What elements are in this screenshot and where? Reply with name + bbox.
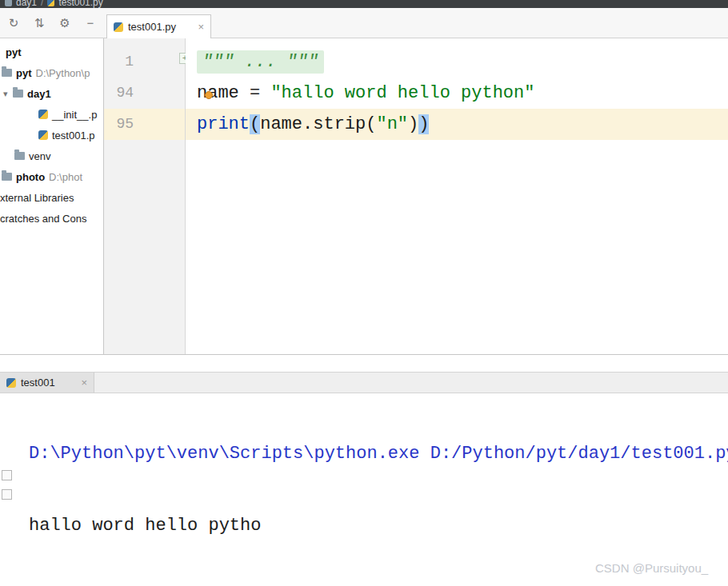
code-editor[interactable]: """ ... """ name = "hallo word hello pyt… <box>186 38 728 354</box>
breadcrumb-separator: / <box>41 0 43 8</box>
matched-paren-close: ) <box>418 114 429 134</box>
tree-item-label: pyt <box>16 67 32 79</box>
console-command-line: D:\Python\pyt\venv\Scripts\python.exe D:… <box>29 438 728 470</box>
csdn-watermark: CSDN @Pursuityou_ <box>595 561 708 575</box>
string-literal: "n" <box>376 114 408 134</box>
tree-item-scratches-consoles[interactable]: cratches and Cons <box>0 208 103 229</box>
breadcrumb-folder[interactable]: day1 <box>16 0 37 8</box>
panel-divider <box>0 354 728 355</box>
line-number-95[interactable]: 95 <box>104 109 185 140</box>
tree-item-path: D:\Python\p <box>36 67 90 79</box>
code-token: name.strip( <box>260 114 376 134</box>
mouse-cursor-dot <box>205 91 213 99</box>
code-line-94[interactable]: name = "hallo word hello python" <box>186 78 728 109</box>
breadcrumb: day1 / test001.py <box>0 0 728 8</box>
python-file-icon <box>6 378 16 388</box>
tree-item-label: test001.p <box>52 130 95 142</box>
console-toolbar-icon[interactable] <box>2 470 12 480</box>
folder-icon <box>13 90 23 98</box>
console-output: D:\Python\pyt\venv\Scripts\python.exe D:… <box>29 393 728 586</box>
run-console: D:\Python\pyt\venv\Scripts\python.exe D:… <box>0 393 728 586</box>
tree-item-label: xternal Libraries <box>0 192 74 204</box>
matched-paren-open: ( <box>250 114 260 134</box>
editor-tab-bar: ↻ ⇅ ⚙ − test001.py × <box>0 8 728 38</box>
project-toolbar: ↻ ⇅ ⚙ − <box>0 8 104 38</box>
settings-gear-icon[interactable]: ⚙ <box>58 16 72 30</box>
line-number-1[interactable]: 1 <box>104 46 185 78</box>
console-blank-line <box>29 582 728 586</box>
tree-item-venv[interactable]: venv <box>0 146 103 166</box>
tree-item-project-root[interactable]: pyt <box>0 42 103 62</box>
folded-docstring[interactable]: """ ... """ <box>197 50 324 74</box>
line-number-94[interactable]: 94 <box>104 78 185 109</box>
tree-item-pyt[interactable]: pyt D:\Python\p <box>0 62 103 83</box>
tree-item-label: venv <box>29 150 50 162</box>
tree-item-external-libraries[interactable]: xternal Libraries <box>0 187 103 208</box>
close-icon[interactable]: × <box>81 377 87 389</box>
python-file-icon <box>38 130 48 140</box>
python-file-icon <box>114 22 123 32</box>
run-tab-label: test001 <box>21 377 55 389</box>
tree-item-path: D:\phot <box>49 171 82 183</box>
close-icon[interactable]: × <box>198 21 204 33</box>
project-tree-panel: pyt pyt D:\Python\p ▾ day1 __init__.p te… <box>0 38 104 354</box>
tree-item-init-py[interactable]: __init__.p <box>0 104 103 125</box>
tree-item-label: photo <box>16 171 45 183</box>
sync-icon[interactable]: ↻ <box>6 16 21 30</box>
tree-item-label: day1 <box>27 88 51 100</box>
chevron-down-icon[interactable]: ▾ <box>3 89 13 99</box>
console-stdout-line: hallo word hello pytho <box>29 510 728 542</box>
tree-item-test001-py[interactable]: test001.p <box>0 125 103 146</box>
folder-icon <box>5 0 12 6</box>
code-line-95[interactable]: print(name.strip("n")) <box>186 109 728 140</box>
collapse-all-icon[interactable]: ⇅ <box>32 16 46 30</box>
editor-gutter: 1 94 95 <box>104 38 186 354</box>
code-line-1[interactable]: """ ... """ <box>186 46 728 78</box>
folder-icon <box>14 152 25 160</box>
print-call: print <box>197 114 250 134</box>
breadcrumb-file[interactable]: test001.py <box>58 0 102 8</box>
code-token: ) <box>408 114 418 134</box>
breadcrumb-bar: day1 / test001.py <box>0 0 728 8</box>
tree-item-day1[interactable]: ▾ day1 <box>0 83 103 104</box>
tree-item-photo[interactable]: photo D:\phot <box>0 166 103 187</box>
python-file-icon <box>38 110 48 119</box>
tree-item-label: __init__.p <box>52 109 97 121</box>
run-panel-tab-bar: test001 × <box>0 372 728 393</box>
python-file-icon <box>47 0 54 6</box>
tree-item-label: cratches and Cons <box>0 213 86 225</box>
console-toolbar-icon[interactable] <box>2 489 12 500</box>
editor-tab-label: test001.py <box>128 21 176 33</box>
string-literal: "hallo word hello python" <box>270 83 534 103</box>
hide-panel-icon[interactable]: − <box>83 16 98 30</box>
folder-icon <box>2 173 12 181</box>
folder-icon <box>2 69 12 77</box>
tab-test001-py[interactable]: test001.py × <box>106 14 211 38</box>
run-tab-test001[interactable]: test001 × <box>0 373 94 393</box>
tree-item-label: pyt <box>6 46 22 58</box>
